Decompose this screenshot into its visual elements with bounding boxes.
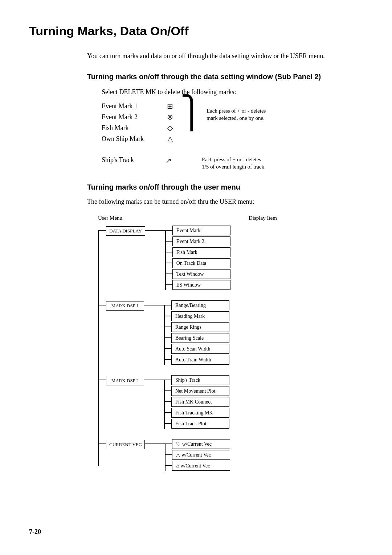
items-mark-dsp2: Ship's Track Net Movement Plot Fish MK C…: [164, 374, 229, 429]
mark-entry-event1: Event Mark 1 ⊞: [102, 101, 176, 112]
item-triangle-current-vec: △ w/Current Vec: [172, 450, 230, 460]
section-current-vec: CURRENT VEC ♡ w/Current Vec △ w/Current …: [106, 438, 367, 471]
col-label-display-item: Display Item: [249, 214, 277, 222]
menu-box-data-display: DATA DISPLAY: [106, 226, 145, 236]
main-vert-line: [98, 230, 99, 466]
items-current-vec: ♡ w/Current Vec △ w/Current Vec ⌂ w/Curr…: [165, 438, 230, 471]
footer-page-number: 7-20: [29, 527, 41, 537]
item-ships-track: Ship's Track: [171, 375, 229, 385]
user-menu-diagram: User Menu Display Item DATA DISPLAY: [98, 214, 367, 471]
item-range-rings: Range Rings: [171, 322, 229, 332]
items-mark-dsp1: Range/Bearing Heading Mark Range Rings B…: [164, 300, 229, 365]
item-on-track-data: On Track Data: [172, 258, 230, 268]
ships-track-note: Each press of + or - deletes1/5 of overa…: [202, 155, 266, 171]
items-data-display: Event Mark 1 Event Mark 2 Fish Mark On T…: [165, 225, 230, 290]
mark-entry-fish: Fish Mark ◇: [102, 122, 176, 133]
ships-track-symbol: ↗: [166, 155, 176, 166]
item-heart-current-vec: ♡ w/Current Vec: [172, 439, 230, 449]
section2-heading: Turning marks on/off through the user me…: [87, 182, 363, 193]
page-title: Turning Marks, Data On/Off: [29, 22, 363, 40]
section1-heading: Turning marks on/off through the data se…: [87, 71, 363, 82]
menu-box-mark-dsp2: MARK DSP 2: [106, 376, 144, 385]
section-data-display: DATA DISPLAY Event Mark 1 Event Mark 2: [106, 225, 367, 290]
mark-entry-event2: Event Mark 2 ⊗: [102, 112, 176, 122]
item-fish-track-plot: Fish Track Plot: [171, 419, 229, 429]
section-mark-dsp2: MARK DSP 2 Ship's Track Net Movement Plo…: [106, 374, 367, 429]
mark-entry-ownship: Own Ship Mark △: [102, 133, 176, 144]
item-house-current-vec: ⌂ w/Current Vec: [172, 461, 230, 471]
section-mark-dsp1: MARK DSP 1 Range/Bearing Heading Mark Ra…: [106, 300, 367, 365]
item-auto-train-width: Auto Train Width: [171, 355, 229, 365]
menu-box-mark-dsp1: MARK DSP 1: [106, 301, 144, 311]
intro-text: You can turn marks and data on or off th…: [87, 51, 363, 61]
item-text-window: Text Window: [172, 269, 230, 279]
item-fish-tracking-mk: Fish Tracking MK: [171, 408, 229, 418]
item-auto-scan-width: Auto Scan Width: [171, 344, 229, 354]
item-range-bearing: Range/Bearing: [171, 300, 229, 310]
item-fish-mk-connect: Fish MK Connect: [171, 397, 229, 407]
item-event-mark2: Event Mark 2: [172, 236, 230, 246]
item-net-movement: Net Movement Plot: [171, 386, 229, 396]
user-menu-intro: The following marks can be turned on/off…: [87, 197, 363, 207]
ships-track-label: Ship's Track: [102, 155, 163, 165]
item-heading-mark: Heading Mark: [171, 311, 229, 321]
delete-mk-intro: Select DELETE MK to delete the following…: [102, 87, 363, 97]
col-label-user-menu: User Menu: [98, 214, 169, 222]
item-es-window: ES Window: [172, 280, 230, 290]
item-fish-mark: Fish Mark: [172, 247, 230, 257]
item-event-mark1: Event Mark 1: [172, 226, 230, 235]
menu-box-current-vec: CURRENT VEC: [106, 440, 145, 449]
item-bearing-scale: Bearing Scale: [171, 333, 229, 343]
